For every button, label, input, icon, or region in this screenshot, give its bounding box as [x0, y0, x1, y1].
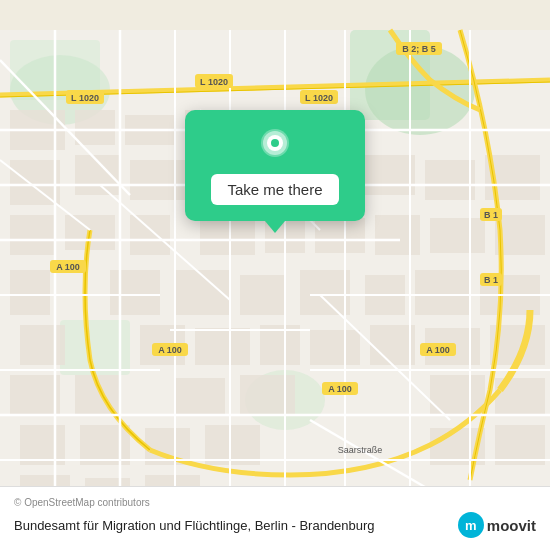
svg-rect-37: [415, 270, 470, 315]
map-background: L 1020 L 1020 L 1020 A 100 A 100 A 100 A…: [0, 0, 550, 550]
svg-rect-15: [130, 160, 185, 200]
svg-rect-35: [300, 270, 350, 315]
svg-rect-20: [425, 160, 475, 200]
location-popup[interactable]: Take me there: [185, 110, 365, 221]
svg-rect-41: [195, 328, 250, 365]
svg-rect-19: [360, 155, 415, 195]
svg-text:A 100: A 100: [158, 345, 182, 355]
svg-rect-22: [10, 215, 55, 255]
pin-icon: [257, 128, 293, 164]
moovit-text: moovit: [487, 517, 536, 534]
svg-rect-47: [10, 375, 60, 415]
svg-rect-34: [240, 275, 285, 315]
bottom-info-bar: © OpenStreetMap contributors Bundesamt f…: [0, 486, 550, 550]
svg-text:B 1: B 1: [484, 275, 498, 285]
svg-rect-39: [20, 325, 65, 365]
svg-rect-49: [175, 378, 225, 415]
svg-rect-24: [130, 215, 170, 255]
svg-point-112: [271, 139, 279, 147]
svg-rect-25: [200, 215, 255, 255]
svg-text:A 100: A 100: [56, 262, 80, 272]
svg-rect-31: [10, 270, 50, 315]
svg-rect-27: [315, 218, 365, 253]
svg-rect-13: [10, 160, 60, 205]
svg-text:B 1: B 1: [484, 210, 498, 220]
svg-point-2: [365, 45, 475, 135]
svg-text:L 1020: L 1020: [200, 77, 228, 87]
svg-text:Saarstraße: Saarstraße: [338, 445, 383, 455]
svg-rect-32: [110, 270, 160, 315]
moovit-logo: m moovit: [458, 512, 536, 538]
location-name: Bundesamt für Migration und Flüchtlinge,…: [14, 518, 458, 533]
svg-rect-28: [375, 215, 420, 255]
svg-text:B 2; B 5: B 2; B 5: [402, 44, 436, 54]
svg-text:L 1020: L 1020: [71, 93, 99, 103]
svg-rect-50: [240, 375, 295, 415]
svg-rect-29: [430, 218, 485, 253]
svg-rect-43: [310, 330, 360, 365]
svg-text:A 100: A 100: [426, 345, 450, 355]
app-container: L 1020 L 1020 L 1020 A 100 A 100 A 100 A…: [0, 0, 550, 550]
copyright-text: © OpenStreetMap contributors: [14, 497, 536, 508]
svg-text:L 1020: L 1020: [305, 93, 333, 103]
svg-text:A 100: A 100: [328, 384, 352, 394]
take-me-there-button[interactable]: Take me there: [211, 174, 338, 205]
moovit-icon: m: [458, 512, 484, 538]
svg-rect-8: [75, 110, 115, 145]
svg-rect-44: [370, 325, 415, 365]
